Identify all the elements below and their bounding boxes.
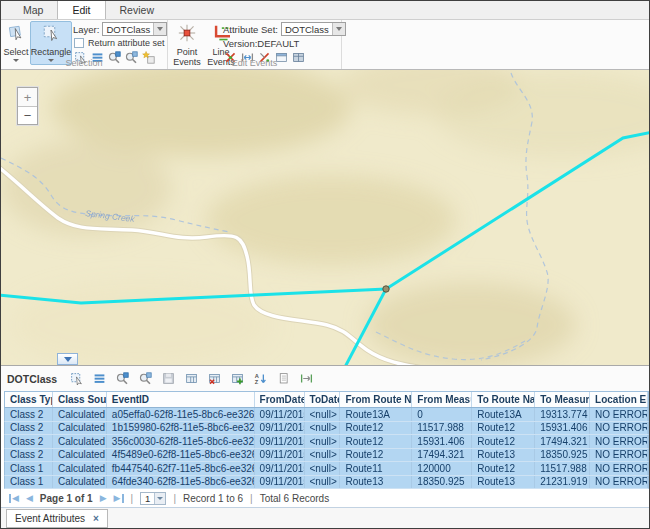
zoom-out-button[interactable]: − — [18, 106, 37, 124]
ribbon-tab-review[interactable]: Review — [106, 0, 168, 19]
show-selected-icon[interactable] — [92, 372, 106, 386]
table-cell[interactable]: NO ERROR — [590, 408, 648, 421]
save-icon[interactable] — [161, 372, 175, 386]
table-cell[interactable]: <null> — [305, 462, 341, 475]
table-cell[interactable]: NO ERROR — [590, 449, 648, 462]
table-cell[interactable]: Calculated — [53, 476, 107, 489]
ribbon-tab-map[interactable]: Map — [9, 0, 57, 19]
table-cell[interactable]: <null> — [305, 408, 341, 421]
table-cell[interactable]: 17494.321 — [535, 435, 590, 448]
table-cell[interactable]: Class 1 — [5, 476, 53, 489]
table-cell[interactable]: 09/11/2015 — [255, 449, 305, 462]
table-cell[interactable]: Class 2 — [5, 422, 53, 435]
table-cell[interactable]: NO ERROR — [590, 476, 648, 489]
previous-page-icon[interactable]: ◀ — [26, 494, 33, 503]
table-cell[interactable]: 09/11/2015 — [255, 422, 305, 435]
map-canvas[interactable]: Spring Creek + − — [1, 70, 649, 365]
table-cell[interactable]: Calculated — [53, 462, 107, 475]
table-cell[interactable]: Route12 — [472, 435, 535, 448]
table-cell[interactable]: Calculated — [53, 422, 107, 435]
measure-icon[interactable] — [299, 372, 313, 386]
table-cell[interactable]: NO ERROR — [590, 462, 648, 475]
table-cell[interactable]: 17494.321 — [412, 449, 472, 462]
zoom-in-button[interactable]: + — [18, 88, 37, 106]
column-header[interactable]: To Measure — [535, 392, 590, 407]
table-cell[interactable]: 21231.919 — [535, 476, 590, 489]
column-header[interactable]: EventID — [107, 392, 255, 407]
column-header[interactable]: Class Type — [5, 392, 53, 407]
table-row[interactable]: Class 2Calculated1b159980-62f8-11e5-8bc6… — [4, 422, 649, 436]
column-header[interactable]: FromDate — [255, 392, 305, 407]
table-cell[interactable]: Calculated — [53, 435, 107, 448]
copy-record-icon[interactable] — [276, 372, 290, 386]
page-number-dropdown-button[interactable] — [154, 493, 165, 504]
attribute-set-dropdown[interactable]: DOTClass — [281, 22, 346, 36]
table-row[interactable]: Class 2Calculated356c0030-62f8-11e5-8bc6… — [4, 435, 649, 449]
attribute-set-dropdown-button[interactable] — [332, 23, 345, 35]
table-cell[interactable]: 09/11/2015 — [255, 408, 305, 421]
panel-collapse-button[interactable] — [57, 353, 78, 365]
table-cell[interactable]: 15931.406 — [412, 435, 472, 448]
table-cell[interactable]: Route12 — [472, 422, 535, 435]
layer-dropdown[interactable]: DOTClass — [102, 22, 167, 36]
table-cell[interactable]: Calculated — [53, 449, 107, 462]
pan-to-selected-icon[interactable] — [138, 372, 152, 386]
table-cell[interactable]: <null> — [305, 476, 341, 489]
return-attribute-set-checkbox[interactable] — [74, 38, 84, 48]
first-page-icon[interactable]: ◀ — [9, 494, 19, 503]
table-cell[interactable]: Route12 — [340, 435, 412, 448]
table-cell[interactable]: 09/11/2015 — [255, 462, 305, 475]
table-cell[interactable]: 09/11/2015 — [255, 476, 305, 489]
table-cell[interactable]: Route13 — [472, 476, 535, 489]
column-header[interactable]: From Measure — [412, 392, 472, 407]
route-junction-marker[interactable] — [383, 286, 389, 292]
zoom-to-selected-icon[interactable] — [115, 372, 129, 386]
open-table-icon[interactable] — [184, 372, 198, 386]
table-cell[interactable]: 11517.988 — [412, 422, 472, 435]
layer-dropdown-button[interactable] — [153, 23, 166, 35]
table-row[interactable]: Class 1Calculatedfb447540-62f7-11e5-8bc6… — [4, 462, 649, 476]
table-row[interactable]: Class 2Calculated4f5489e0-62f8-11e5-8bc6… — [4, 449, 649, 463]
tab-event-attributes[interactable]: Event Attributes × — [6, 509, 108, 528]
column-header[interactable]: Location Error — [590, 392, 648, 407]
next-page-icon[interactable]: ▶ — [100, 494, 107, 503]
table-cell[interactable]: 1b159980-62f8-11e5-8bc6-ee32641d5ec9 — [107, 422, 255, 435]
table-cell[interactable]: 19313.774 — [535, 408, 590, 421]
close-icon[interactable]: × — [93, 513, 99, 524]
sort-icon[interactable]: AZ — [253, 372, 267, 386]
table-row[interactable]: Class 1Calculated64fde340-62f8-11e5-8bc6… — [4, 476, 649, 490]
table-cell[interactable]: 0 — [412, 408, 472, 421]
column-header[interactable]: From Route Name — [340, 392, 412, 407]
table-cell[interactable]: Class 2 — [5, 408, 53, 421]
table-cell[interactable]: Route13 — [340, 476, 412, 489]
table-cell[interactable]: Route13 — [472, 449, 535, 462]
table-cell[interactable]: Class 2 — [5, 435, 53, 448]
table-cell[interactable]: 18350.925 — [412, 476, 472, 489]
table-cell[interactable]: a05effa0-62f8-11e5-8bc6-ee32641d5ec9 — [107, 408, 255, 421]
table-cell[interactable]: 356c0030-62f8-11e5-8bc6-ee32641d5ec9 — [107, 435, 255, 448]
table-cell[interactable]: 09/11/2015 — [255, 435, 305, 448]
column-header[interactable]: Class Source — [53, 392, 107, 407]
table-cell[interactable]: Route12 — [340, 422, 412, 435]
table-row[interactable]: Class 2Calculateda05effa0-62f8-11e5-8bc6… — [4, 408, 649, 422]
table-cell[interactable]: 120000 — [412, 462, 472, 475]
table-cell[interactable]: Route11 — [340, 462, 412, 475]
table-cell[interactable]: 15931.406 — [535, 422, 590, 435]
delete-record-icon[interactable] — [207, 372, 221, 386]
select-tool-icon[interactable] — [69, 372, 83, 386]
table-cell[interactable]: Route12 — [340, 449, 412, 462]
table-cell[interactable]: 18350.925 — [535, 449, 590, 462]
page-number-dropdown[interactable]: 1 — [140, 492, 166, 505]
table-cell[interactable]: Route13A — [340, 408, 412, 421]
table-cell[interactable]: Route13A — [472, 408, 535, 421]
column-header[interactable]: ToDate — [305, 392, 341, 407]
table-cell[interactable]: fb447540-62f7-11e5-8bc6-ee32641d5ec9 — [107, 462, 255, 475]
table-cell[interactable]: Calculated — [53, 408, 107, 421]
table-cell[interactable]: Class 1 — [5, 462, 53, 475]
table-cell[interactable]: <null> — [305, 422, 341, 435]
table-cell[interactable]: <null> — [305, 449, 341, 462]
add-record-icon[interactable] — [230, 372, 244, 386]
table-cell[interactable]: 4f5489e0-62f8-11e5-8bc6-ee32641d5ec9 — [107, 449, 255, 462]
column-header[interactable]: To Route Name — [472, 392, 535, 407]
table-cell[interactable]: <null> — [305, 435, 341, 448]
